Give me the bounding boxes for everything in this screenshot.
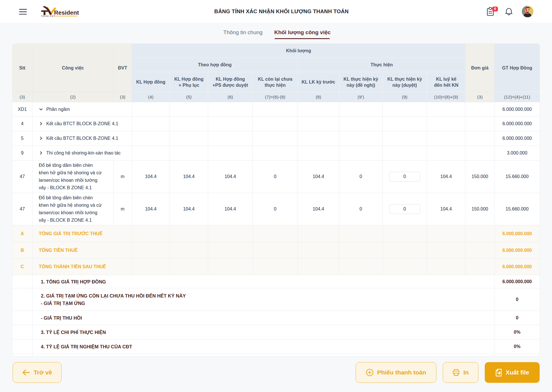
svg-text:Resident: Resident <box>54 9 79 16</box>
svg-text:THUAN VIET: THUAN VIET <box>41 15 55 17</box>
